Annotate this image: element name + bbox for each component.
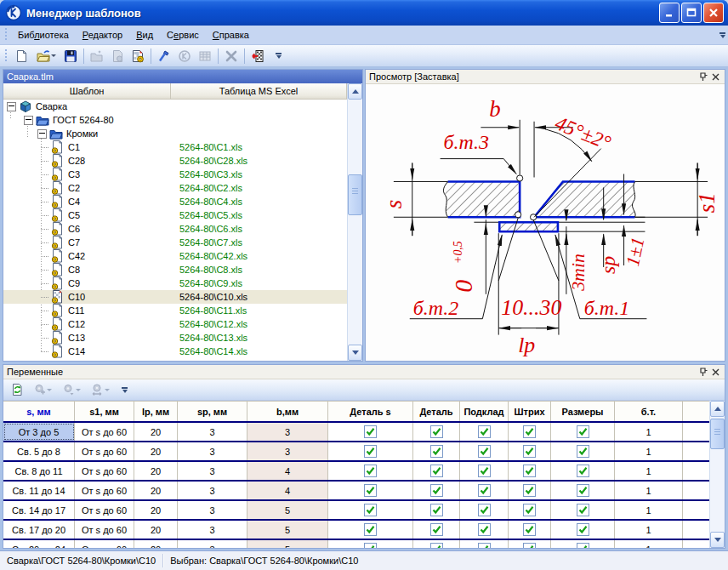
checkbox-checked[interactable] — [478, 504, 491, 516]
checkbox-checked[interactable] — [523, 523, 536, 536]
menu-help[interactable]: Справка — [206, 27, 256, 43]
cell-bt[interactable]: 1 — [615, 423, 683, 441]
cell-s1[interactable]: От s до 60 — [75, 442, 134, 460]
cell-hatch-checkbox[interactable] — [509, 540, 551, 548]
cell-bt[interactable]: 1 — [615, 521, 683, 539]
cell-s1[interactable]: От s до 60 — [75, 462, 134, 480]
scroll-up-button[interactable] — [710, 401, 725, 417]
checkbox-checked[interactable] — [478, 465, 491, 477]
cell-sp[interactable]: 3 — [178, 462, 247, 480]
tree-scrollbar[interactable] — [347, 83, 362, 361]
cell-hatch-checkbox[interactable] — [509, 501, 551, 519]
cell-backing-checkbox[interactable] — [460, 540, 509, 548]
cell-detail-checkbox[interactable] — [413, 423, 460, 441]
cell-b[interactable]: 5 — [247, 521, 328, 539]
tree-template-item[interactable]: C1 5264-80\C1.xls — [3, 140, 347, 154]
scroll-up-button[interactable] — [348, 83, 362, 100]
cell-backing-checkbox[interactable] — [460, 482, 509, 499]
cell-lp[interactable]: 20 — [134, 423, 178, 441]
checkbox-checked[interactable] — [478, 425, 491, 438]
cell-sp[interactable]: 3 — [178, 423, 247, 441]
cell-dimensions-checkbox[interactable] — [551, 540, 615, 548]
cell-lp[interactable]: 20 — [134, 442, 178, 460]
scroll-thumb[interactable] — [710, 419, 725, 449]
cell-bt[interactable]: 1 — [615, 442, 683, 460]
delete-button-disabled[interactable] — [221, 47, 242, 66]
checkbox-checked[interactable] — [523, 425, 536, 438]
cell-dimensions-checkbox[interactable] — [551, 501, 615, 519]
tree-template-item[interactable]: C6 5264-80\C6.xls — [3, 222, 347, 236]
cell-detail-s-checkbox[interactable] — [328, 462, 413, 480]
tree-template-item[interactable]: C14 5264-80\C14.xls — [3, 345, 347, 358]
menubar-gripper[interactable] — [4, 28, 9, 42]
tree-template-item[interactable]: C12 5264-80\C12.xls — [3, 317, 347, 331]
cell-backing-checkbox[interactable] — [460, 521, 509, 539]
pin-icon[interactable] — [697, 71, 709, 83]
cell-b[interactable]: 4 — [247, 462, 328, 480]
checkbox-checked[interactable] — [577, 523, 589, 536]
cell-bt[interactable]: 1 — [615, 482, 683, 499]
toolbar-gripper[interactable] — [4, 49, 9, 63]
tree-template-item[interactable]: C42 5264-80\C42.xls — [3, 249, 347, 263]
menu-editor[interactable]: Редактор — [76, 27, 129, 43]
tree-subgroup-row[interactable]: Кромки — [3, 127, 347, 140]
open-library-button[interactable] — [31, 47, 60, 66]
collapse-icon[interactable] — [24, 116, 33, 125]
cell-backing-checkbox[interactable] — [460, 501, 509, 519]
cell-backing-checkbox[interactable] — [460, 423, 509, 441]
variables-scrollbar[interactable] — [709, 401, 725, 548]
cell-backing-checkbox[interactable] — [460, 462, 509, 480]
cell-detail-s-checkbox[interactable] — [328, 423, 413, 441]
cell-detail-checkbox[interactable] — [413, 501, 460, 519]
add-variable-button-disabled[interactable] — [27, 380, 56, 399]
dropdown-caret[interactable] — [47, 389, 52, 391]
checkbox-checked[interactable] — [364, 465, 377, 477]
cell-s[interactable]: Св. 14 до 17 — [3, 501, 75, 519]
cell-dimensions-checkbox[interactable] — [551, 462, 615, 480]
column-header-template[interactable]: Шаблон — [3, 83, 171, 99]
cell-b[interactable]: 5 — [247, 501, 328, 519]
cell-b[interactable]: 3 — [247, 442, 328, 460]
cell-bt[interactable]: 1 — [615, 501, 683, 519]
cell-bt[interactable]: 1 — [615, 540, 683, 548]
tree-template-item[interactable]: C28 5264-80\C28.xls — [3, 154, 347, 168]
close-panel-icon[interactable] — [709, 71, 721, 83]
cell-backing-checkbox[interactable] — [460, 442, 509, 460]
checkbox-checked[interactable] — [364, 425, 377, 438]
checkbox-checked[interactable] — [430, 445, 443, 458]
new-template-button-disabled[interactable] — [107, 47, 128, 66]
tree-template-item[interactable]: C4 5264-80\C4.xls — [3, 195, 347, 208]
refresh-button[interactable] — [7, 380, 27, 399]
checkbox-checked[interactable] — [478, 484, 491, 497]
pin-icon[interactable] — [697, 367, 709, 378]
variables-toolbar-overflow-button[interactable] — [119, 382, 130, 397]
cell-detail-s-checkbox[interactable] — [328, 482, 413, 499]
scroll-thumb[interactable] — [348, 174, 362, 215]
tree-group-row[interactable]: ГОСТ 5264-80 — [3, 113, 347, 127]
checkbox-checked[interactable] — [478, 445, 491, 458]
cell-sp[interactable]: 3 — [178, 442, 247, 460]
column-header-s1[interactable]: s1, мм — [75, 401, 134, 421]
column-header-s[interactable]: s, мм — [3, 401, 75, 421]
toolbar-overflow-button[interactable] — [273, 48, 284, 64]
cell-dimensions-checkbox[interactable] — [551, 482, 615, 499]
app-logo-button-disabled[interactable] — [174, 47, 195, 66]
cell-dimensions-checkbox[interactable] — [551, 423, 615, 441]
cell-detail-checkbox[interactable] — [413, 540, 460, 548]
checkbox-checked[interactable] — [523, 465, 536, 477]
close-panel-icon[interactable] — [709, 367, 721, 378]
cell-sp[interactable]: 3 — [178, 521, 247, 539]
column-header-bt[interactable]: б.т. — [615, 401, 683, 421]
tree-template-item[interactable]: C11 5264-80\C11.xls — [3, 304, 347, 317]
cell-hatch-checkbox[interactable] — [509, 521, 551, 539]
cell-detail-checkbox[interactable] — [413, 482, 460, 499]
exit-button[interactable] — [247, 47, 268, 66]
checkbox-checked[interactable] — [430, 425, 443, 438]
cell-s[interactable]: Св. 20 до 24 — [3, 540, 75, 548]
cell-sp[interactable]: 3 — [178, 501, 247, 519]
new-document-button[interactable] — [11, 47, 31, 66]
checkbox-checked[interactable] — [523, 445, 536, 458]
checkbox-checked[interactable] — [523, 484, 536, 497]
checkbox-checked[interactable] — [364, 543, 377, 548]
cell-detail-s-checkbox[interactable] — [328, 501, 413, 519]
